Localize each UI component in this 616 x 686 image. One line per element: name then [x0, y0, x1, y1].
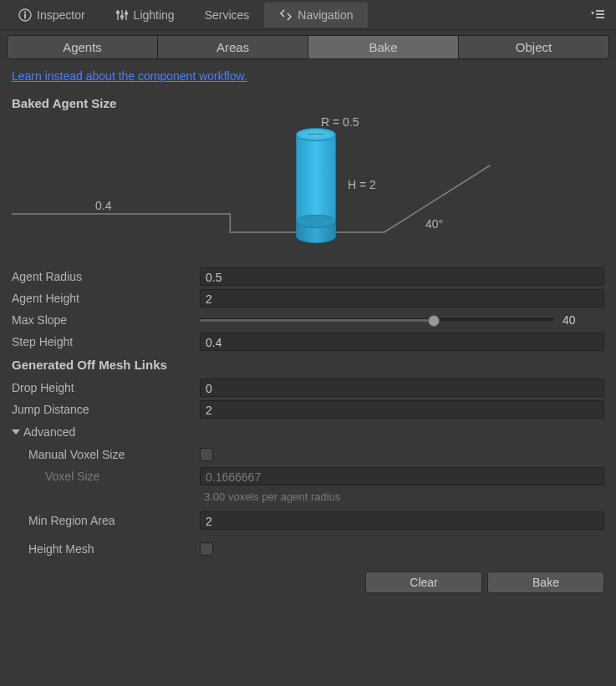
tab-services-label: Services — [205, 8, 250, 22]
input-agent-height[interactable]: 2 — [200, 289, 604, 307]
sub-tab-agents[interactable]: Agents — [7, 35, 158, 59]
row-min-region-area: Min Region Area 2 — [3, 510, 613, 531]
row-height-mesh: Height Mesh — [3, 538, 613, 560]
label-min-region-area: Min Region Area — [12, 514, 200, 527]
input-agent-radius[interactable]: 0.5 — [200, 267, 604, 286]
tab-navigation-label: Navigation — [298, 8, 353, 22]
sub-tab-object[interactable]: Object — [459, 35, 609, 59]
row-drop-height: Drop Height 0 — [3, 377, 613, 399]
input-min-region-area[interactable]: 2 — [200, 511, 604, 530]
sub-tab-bar: Agents Areas Bake Object — [7, 35, 609, 59]
row-voxel-size: Voxel Size 0.1666667 — [3, 465, 613, 487]
navigation-icon — [279, 8, 293, 22]
navigation-panel: Agents Areas Bake Object Learn instead a… — [0, 30, 616, 610]
section-advanced-label: Advanced — [23, 425, 75, 439]
sub-tab-areas[interactable]: Areas — [158, 35, 308, 59]
sub-tab-bake[interactable]: Bake — [308, 35, 459, 59]
label-drop-height: Drop Height — [12, 381, 200, 394]
row-jump-distance: Jump Distance 2 — [3, 399, 613, 420]
tab-services[interactable]: Services — [190, 3, 265, 28]
checkbox-manual-voxel-size[interactable] — [200, 448, 213, 461]
tab-lighting[interactable]: Lighting — [100, 3, 190, 28]
component-workflow-link[interactable]: Learn instead about the component workfl… — [3, 69, 247, 83]
agent-cylinder-icon — [296, 128, 336, 236]
agent-size-diagram: R = 0.5 H = 2 0.4 40° — [12, 115, 604, 257]
label-height-mesh: Height Mesh — [12, 542, 200, 556]
tab-inspector[interactable]: Inspector — [3, 3, 100, 28]
tab-inspector-label: Inspector — [37, 8, 85, 22]
clear-button[interactable]: Clear — [365, 572, 482, 593]
svg-rect-9 — [596, 10, 604, 12]
panel-menu-icon[interactable] — [583, 8, 613, 21]
row-manual-voxel-size: Manual Voxel Size — [3, 444, 613, 465]
hint-voxel-ratio: 3.00 voxels per agent radius — [3, 487, 613, 510]
input-max-slope-value[interactable]: 40 — [563, 313, 604, 327]
bake-button[interactable]: Bake — [487, 572, 604, 593]
input-drop-height[interactable]: 0 — [200, 379, 604, 397]
row-step-height: Step Height 0.4 — [3, 331, 613, 353]
row-max-slope: Max Slope 40 — [3, 309, 613, 331]
label-step-height: Step Height — [12, 335, 200, 348]
tab-navigation[interactable]: Navigation — [264, 3, 368, 28]
slider-max-slope[interactable] — [200, 318, 554, 322]
svg-point-1 — [24, 11, 26, 13]
diagram-height-label: H = 2 — [348, 178, 376, 191]
svg-point-6 — [116, 11, 119, 13]
label-agent-radius: Agent Radius — [12, 270, 200, 283]
label-voxel-size: Voxel Size — [12, 470, 200, 483]
top-tab-bar: Inspector Lighting Services Navigation — [0, 0, 616, 30]
svg-rect-11 — [596, 17, 604, 18]
section-off-mesh-links: Generated Off Mesh Links — [3, 353, 613, 377]
svg-point-7 — [120, 15, 123, 18]
info-icon — [18, 8, 32, 22]
button-row: Clear Bake — [3, 560, 613, 605]
input-voxel-size: 0.1666667 — [200, 467, 604, 485]
svg-point-8 — [125, 12, 127, 14]
svg-marker-12 — [591, 12, 594, 15]
label-jump-distance: Jump Distance — [12, 403, 200, 416]
label-max-slope: Max Slope — [12, 313, 200, 327]
section-baked-agent-size: Baked Agent Size — [3, 91, 613, 115]
diagram-step-label: 0.4 — [95, 199, 111, 212]
input-jump-distance[interactable]: 2 — [200, 400, 604, 419]
settings-icon — [115, 8, 129, 22]
row-agent-height: Agent Height 2 — [3, 287, 613, 309]
input-step-height[interactable]: 0.4 — [200, 333, 604, 351]
checkbox-height-mesh[interactable] — [200, 542, 213, 556]
foldout-advanced[interactable]: Advanced — [3, 420, 613, 444]
chevron-down-icon — [12, 429, 20, 434]
tab-lighting-label: Lighting — [134, 8, 175, 22]
diagram-slope-label: 40° — [425, 217, 443, 231]
label-manual-voxel-size: Manual Voxel Size — [12, 448, 200, 461]
svg-rect-10 — [596, 13, 604, 15]
label-agent-height: Agent Height — [12, 292, 200, 305]
svg-rect-2 — [24, 13, 26, 18]
row-agent-radius: Agent Radius 0.5 — [3, 266, 613, 287]
diagram-radius-label: R = 0.5 — [321, 115, 359, 129]
